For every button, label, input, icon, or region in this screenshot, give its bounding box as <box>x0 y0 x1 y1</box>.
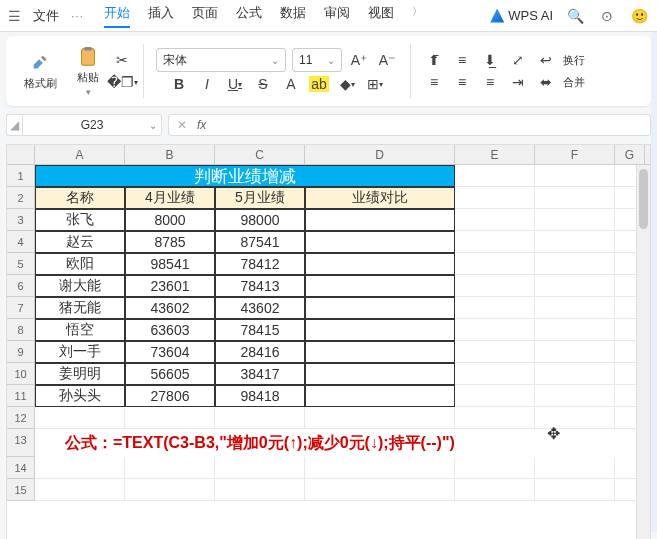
row-header[interactable]: 2 <box>7 187 35 209</box>
align-right-button[interactable]: ≡ <box>479 72 501 92</box>
cell[interactable] <box>455 231 535 253</box>
cell[interactable] <box>535 385 615 407</box>
header-may[interactable]: 5月业绩 <box>215 187 305 209</box>
data-name[interactable]: 欧阳 <box>35 253 125 275</box>
align-bottom-button[interactable]: ⬇̲ <box>479 50 501 70</box>
cell[interactable] <box>305 479 455 501</box>
col-header[interactable]: F <box>535 145 615 164</box>
orientation-button[interactable]: ⤢ <box>507 50 529 70</box>
cell[interactable] <box>455 165 535 187</box>
data-name[interactable]: 谢大能 <box>35 275 125 297</box>
data-name[interactable]: 赵云 <box>35 231 125 253</box>
cell[interactable] <box>455 341 535 363</box>
row-header[interactable]: 10 <box>7 363 35 385</box>
row-header[interactable]: 4 <box>7 231 35 253</box>
cell[interactable] <box>455 385 535 407</box>
cell[interactable] <box>215 457 305 479</box>
data-name[interactable]: 刘一手 <box>35 341 125 363</box>
font-name-select[interactable]: 宋体⌄ <box>156 48 286 72</box>
data-compare[interactable] <box>305 253 455 275</box>
file-menu[interactable]: 文件 <box>33 7 59 25</box>
cell[interactable] <box>455 253 535 275</box>
wrap-text-button[interactable]: ↩ <box>535 50 557 70</box>
data-compare[interactable] <box>305 231 455 253</box>
data-apr[interactable]: 98541 <box>125 253 215 275</box>
fill-color-button[interactable]: ◆▾ <box>336 74 358 94</box>
select-all-triangle[interactable]: ◢ <box>6 114 22 136</box>
data-may[interactable]: 87541 <box>215 231 305 253</box>
underline-button[interactable]: U▾ <box>224 74 246 94</box>
cell[interactable] <box>125 457 215 479</box>
scrollbar-thumb[interactable] <box>639 169 648 229</box>
cell[interactable] <box>535 479 615 501</box>
cell[interactable] <box>455 187 535 209</box>
row-header[interactable]: 13 <box>7 429 35 457</box>
col-header[interactable]: G <box>615 145 645 164</box>
cell[interactable] <box>215 479 305 501</box>
select-all-corner[interactable] <box>7 145 35 164</box>
row-header[interactable]: 15 <box>7 479 35 501</box>
header-name[interactable]: 名称 <box>35 187 125 209</box>
format-painter-button[interactable]: 格式刷 <box>18 50 63 93</box>
increase-font-button[interactable]: A⁺ <box>348 50 370 70</box>
data-name[interactable]: 姜明明 <box>35 363 125 385</box>
tabs-overflow-icon[interactable]: 〉 <box>412 4 423 28</box>
cut-button[interactable]: ✂ <box>113 51 131 69</box>
col-header[interactable]: E <box>455 145 535 164</box>
user-avatar[interactable]: 🙂 <box>629 6 649 26</box>
formula-bar[interactable]: ✕ fx <box>168 114 651 136</box>
header-apr[interactable]: 4月业绩 <box>125 187 215 209</box>
cell[interactable] <box>35 407 125 429</box>
data-apr[interactable]: 8000 <box>125 209 215 231</box>
title-cell[interactable]: 判断业绩增减 <box>35 165 455 187</box>
cell[interactable] <box>535 275 615 297</box>
data-apr[interactable]: 27806 <box>125 385 215 407</box>
font-color-button[interactable]: A <box>280 74 302 94</box>
row-header[interactable]: 6 <box>7 275 35 297</box>
tab-page[interactable]: 页面 <box>192 4 218 28</box>
cancel-icon[interactable]: ✕ <box>177 118 187 132</box>
copy-button[interactable]: �❐▾ <box>113 73 131 91</box>
data-name[interactable]: 张飞 <box>35 209 125 231</box>
cell[interactable] <box>535 187 615 209</box>
cell[interactable] <box>455 363 535 385</box>
data-may[interactable]: 28416 <box>215 341 305 363</box>
col-header[interactable]: C <box>215 145 305 164</box>
fx-icon[interactable]: fx <box>197 118 206 132</box>
cell[interactable] <box>455 479 535 501</box>
tab-review[interactable]: 审阅 <box>324 4 350 28</box>
cell[interactable] <box>305 407 455 429</box>
tab-formula[interactable]: 公式 <box>236 4 262 28</box>
cell[interactable] <box>35 457 125 479</box>
merge-button[interactable]: ⬌ <box>535 72 557 92</box>
cell[interactable] <box>125 479 215 501</box>
tab-view[interactable]: 视图 <box>368 4 394 28</box>
indent-button[interactable]: ⇥ <box>507 72 529 92</box>
cell[interactable] <box>535 231 615 253</box>
data-compare[interactable] <box>305 275 455 297</box>
data-may[interactable]: 78413 <box>215 275 305 297</box>
data-may[interactable]: 78415 <box>215 319 305 341</box>
align-center-button[interactable]: ≡ <box>451 72 473 92</box>
data-apr[interactable]: 56605 <box>125 363 215 385</box>
vertical-scrollbar[interactable] <box>636 165 650 539</box>
col-header[interactable]: B <box>125 145 215 164</box>
decrease-font-button[interactable]: A⁻ <box>376 50 398 70</box>
data-apr[interactable]: 63603 <box>125 319 215 341</box>
data-apr[interactable]: 23601 <box>125 275 215 297</box>
row-header[interactable]: 5 <box>7 253 35 275</box>
font-size-select[interactable]: 11⌄ <box>292 48 342 72</box>
row-header[interactable]: 3 <box>7 209 35 231</box>
cell[interactable] <box>125 407 215 429</box>
tab-data[interactable]: 数据 <box>280 4 306 28</box>
cell[interactable] <box>535 253 615 275</box>
cell[interactable] <box>215 407 305 429</box>
search-icon[interactable]: 🔍 <box>565 6 585 26</box>
cell[interactable] <box>305 457 455 479</box>
italic-button[interactable]: I <box>196 74 218 94</box>
data-compare[interactable] <box>305 297 455 319</box>
row-header[interactable]: 8 <box>7 319 35 341</box>
highlight-button[interactable]: ab <box>308 74 330 94</box>
paste-button[interactable]: 粘贴▾ <box>71 44 105 99</box>
cell[interactable] <box>455 457 535 479</box>
